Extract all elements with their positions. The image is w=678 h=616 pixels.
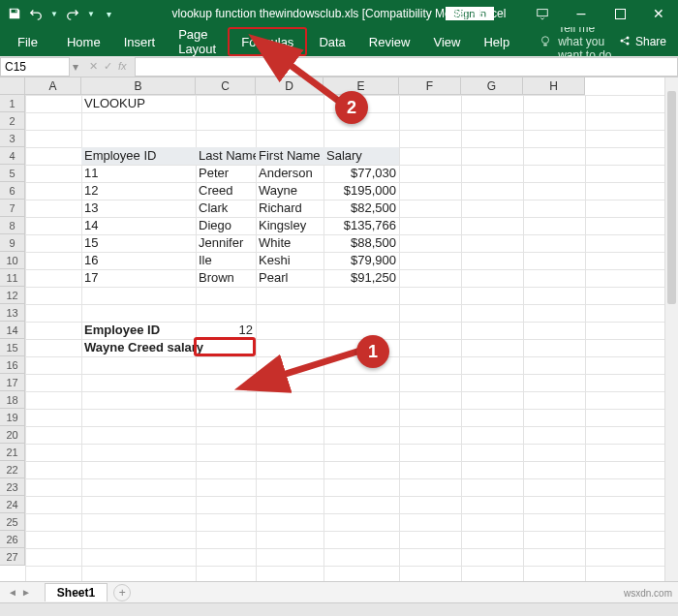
- qat-customize-icon[interactable]: ▾: [107, 9, 111, 19]
- vertical-scrollbar[interactable]: [664, 77, 678, 581]
- cell-C11[interactable]: Brown: [196, 269, 256, 287]
- column-header-A[interactable]: A: [25, 77, 81, 95]
- column-header-H[interactable]: H: [523, 77, 585, 95]
- cell-E9[interactable]: $88,500: [324, 234, 399, 252]
- formula-bar[interactable]: [135, 57, 678, 77]
- row-header-9[interactable]: 9: [0, 234, 25, 252]
- row-header-8[interactable]: 8: [0, 217, 25, 234]
- row-header-23[interactable]: 23: [0, 478, 25, 496]
- name-box-dropdown-icon[interactable]: ▾: [70, 60, 81, 74]
- cell-D8[interactable]: Kingsley: [256, 217, 324, 234]
- row-header-11[interactable]: 11: [0, 269, 25, 287]
- row-header-21[interactable]: 21: [0, 444, 25, 461]
- row-header-20[interactable]: 20: [0, 426, 25, 444]
- cell-B6[interactable]: 12: [81, 182, 196, 200]
- row-header-26[interactable]: 26: [0, 531, 25, 548]
- ribbon-options-icon[interactable]: [523, 0, 562, 27]
- cell-E5[interactable]: $77,030: [324, 165, 399, 182]
- column-header-E[interactable]: E: [324, 77, 399, 95]
- column-header-D[interactable]: D: [256, 77, 324, 95]
- sheet-tab-sheet1[interactable]: Sheet1: [45, 583, 108, 601]
- ribbon-tab-insert[interactable]: Insert: [112, 27, 168, 56]
- ribbon-tab-help[interactable]: Help: [472, 27, 521, 56]
- cell-E4[interactable]: Salary: [324, 147, 399, 165]
- cancel-formula-icon[interactable]: ✕: [89, 60, 98, 73]
- cell-D9[interactable]: White: [256, 234, 324, 252]
- sheet-nav-prev-icon[interactable]: ◄: [8, 587, 17, 598]
- select-all-corner[interactable]: [0, 77, 25, 95]
- cell-C7[interactable]: Clark: [196, 200, 256, 217]
- cell-E10[interactable]: $79,900: [324, 252, 399, 269]
- row-header-10[interactable]: 10: [0, 252, 25, 269]
- maximize-button[interactable]: [601, 0, 639, 27]
- row-header-5[interactable]: 5: [0, 165, 25, 182]
- minimize-button[interactable]: –: [562, 0, 601, 27]
- save-icon[interactable]: [8, 7, 21, 20]
- row-header-27[interactable]: 27: [0, 548, 25, 566]
- cell-D10[interactable]: Keshi: [256, 252, 324, 269]
- row-header-16[interactable]: 16: [0, 356, 25, 374]
- cell-E11[interactable]: $91,250: [324, 269, 399, 287]
- row-header-4[interactable]: 4: [0, 147, 25, 165]
- redo-dropdown-icon[interactable]: ▼: [87, 10, 95, 18]
- ribbon-tab-data[interactable]: Data: [307, 27, 356, 56]
- close-button[interactable]: ✕: [639, 0, 678, 27]
- cell-B11[interactable]: 17: [81, 269, 196, 287]
- cell-E8[interactable]: $135,766: [324, 217, 399, 234]
- ribbon-tab-review[interactable]: Review: [357, 27, 422, 56]
- row-header-3[interactable]: 3: [0, 130, 25, 147]
- undo-icon[interactable]: [29, 7, 43, 20]
- cell-B1[interactable]: VLOOKUP: [81, 95, 196, 112]
- cell-C8[interactable]: Diego: [196, 217, 256, 234]
- row-header-24[interactable]: 24: [0, 496, 25, 513]
- cell-B9[interactable]: 15: [81, 234, 196, 252]
- scrollbar-thumb[interactable]: [667, 91, 676, 304]
- cell-C9[interactable]: Jennifer: [196, 234, 256, 252]
- row-header-14[interactable]: 14: [0, 322, 25, 339]
- row-header-22[interactable]: 22: [0, 461, 25, 478]
- ribbon-tab-formulas[interactable]: Formulas: [228, 27, 307, 56]
- row-header-7[interactable]: 7: [0, 200, 25, 217]
- cell-E6[interactable]: $195,000: [324, 182, 399, 200]
- ribbon-tab-view[interactable]: View: [421, 27, 472, 56]
- row-header-13[interactable]: 13: [0, 304, 25, 322]
- row-header-18[interactable]: 18: [0, 391, 25, 409]
- cell-E7[interactable]: $82,500: [324, 200, 399, 217]
- cell-D11[interactable]: Pearl: [256, 269, 324, 287]
- spreadsheet-grid[interactable]: ABCDEFGH 1234567891011121314151617181920…: [0, 77, 664, 581]
- cell-B15[interactable]: Wayne Creed salary: [81, 339, 196, 356]
- name-box[interactable]: C15: [0, 57, 70, 77]
- add-sheet-button[interactable]: +: [113, 584, 131, 601]
- row-header-6[interactable]: 6: [0, 182, 25, 200]
- ribbon-tab-home[interactable]: Home: [55, 27, 112, 56]
- redo-icon[interactable]: [66, 7, 79, 20]
- cell-B4[interactable]: Employee ID: [81, 147, 196, 165]
- cell-D4[interactable]: First Name: [256, 147, 324, 165]
- cell-D5[interactable]: Anderson: [256, 165, 324, 182]
- cell-B7[interactable]: 13: [81, 200, 196, 217]
- column-header-F[interactable]: F: [399, 77, 461, 95]
- cell-C4[interactable]: Last Name: [196, 147, 256, 165]
- row-header-25[interactable]: 25: [0, 513, 25, 531]
- column-header-C[interactable]: C: [196, 77, 256, 95]
- row-header-19[interactable]: 19: [0, 409, 25, 426]
- cell-B10[interactable]: 16: [81, 252, 196, 269]
- ribbon-tab-page-layout[interactable]: Page Layout: [167, 27, 228, 56]
- cell-C6[interactable]: Creed: [196, 182, 256, 200]
- row-header-1[interactable]: 1: [0, 95, 25, 112]
- sheet-nav-next-icon[interactable]: ►: [21, 587, 31, 598]
- row-header-17[interactable]: 17: [0, 374, 25, 391]
- row-header-2[interactable]: 2: [0, 112, 25, 130]
- share-button[interactable]: Share: [619, 35, 666, 49]
- cell-D7[interactable]: Richard: [256, 200, 324, 217]
- cell-B5[interactable]: 11: [81, 165, 196, 182]
- cell-C5[interactable]: Peter: [196, 165, 256, 182]
- cell-D6[interactable]: Wayne: [256, 182, 324, 200]
- enter-formula-icon[interactable]: ✓: [104, 60, 112, 73]
- row-header-15[interactable]: 15: [0, 339, 25, 356]
- cell-B14[interactable]: Employee ID: [81, 322, 196, 339]
- undo-dropdown-icon[interactable]: ▼: [50, 10, 58, 18]
- cell-B8[interactable]: 14: [81, 217, 196, 234]
- column-header-G[interactable]: G: [461, 77, 523, 95]
- cell-C14[interactable]: 12: [196, 322, 256, 339]
